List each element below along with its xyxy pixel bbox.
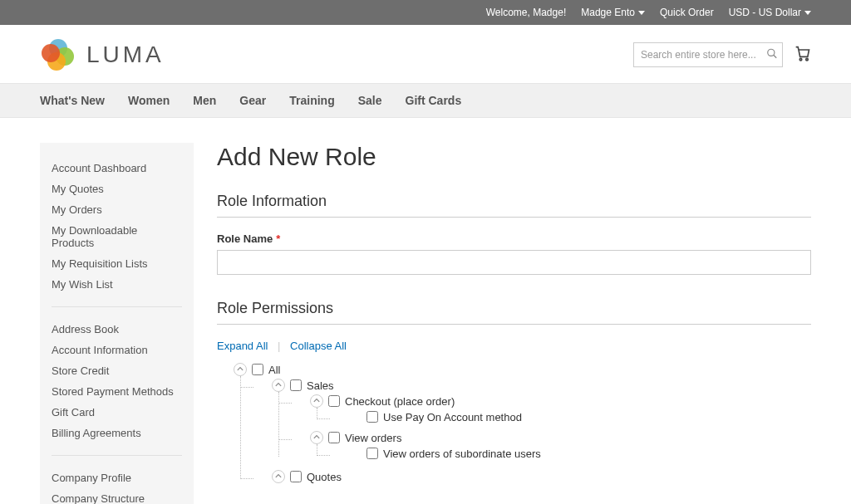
tree-toggle-view-orders[interactable] — [310, 431, 323, 444]
tree-spacer — [348, 447, 362, 460]
currency-label: USD - US Dollar — [729, 7, 801, 18]
logo-mark-icon — [40, 37, 76, 73]
collapse-all-link[interactable]: Collapse All — [290, 340, 347, 352]
account-menu[interactable]: Madge Ento — [581, 7, 645, 18]
search-input[interactable] — [633, 42, 783, 67]
nav-gear[interactable]: Gear — [239, 84, 266, 117]
main: Add New Role Role Information Role Name*… — [217, 143, 811, 488]
perm-label-view-orders: View orders — [345, 432, 401, 444]
perm-checkbox-view-orders-sub[interactable] — [366, 448, 378, 459]
chevron-down-icon — [804, 11, 811, 15]
page-header: LUMA — [0, 25, 851, 83]
sidebar-item-my-orders[interactable]: My Orders — [52, 199, 182, 220]
logo[interactable]: LUMA — [40, 37, 165, 73]
perm-checkbox-view-orders[interactable] — [328, 432, 340, 443]
perm-checkbox-all[interactable] — [252, 364, 263, 375]
perm-label-checkout: Checkout (place order) — [345, 395, 455, 408]
search-wrap — [633, 42, 783, 67]
role-information-section: Role Information Role Name* — [217, 193, 811, 275]
perm-checkbox-quotes[interactable] — [290, 471, 302, 482]
sidebar-item-store-credit[interactable]: Store Credit — [52, 360, 182, 381]
topbar: Welcome, Madge! Madge Ento Quick Order U… — [0, 0, 851, 25]
tree-toggle-quotes[interactable] — [272, 470, 285, 483]
svg-point-7 — [806, 58, 809, 61]
nav-women[interactable]: Women — [128, 84, 170, 117]
perm-label-all: All — [268, 364, 280, 376]
cart-icon[interactable] — [794, 46, 811, 65]
perm-label-quotes: Quotes — [307, 471, 342, 483]
sidebar-item-downloadable-products[interactable]: My Downloadable Products — [52, 220, 182, 253]
permissions-tree: All Sales — [217, 360, 811, 488]
perm-checkbox-checkout[interactable] — [328, 395, 340, 407]
welcome-message: Welcome, Madge! — [486, 7, 567, 18]
nav-gift-cards[interactable]: Gift Cards — [406, 84, 462, 117]
sidebar-item-my-quotes[interactable]: My Quotes — [52, 179, 182, 199]
perm-checkbox-pay-on-account[interactable] — [366, 411, 378, 423]
role-permissions-section: Role Permissions Expand All | Collapse A… — [217, 300, 811, 488]
sidebar-item-company-profile[interactable]: Company Profile — [52, 467, 182, 488]
tree-toggle-checkout[interactable] — [310, 394, 323, 408]
sidebar-item-gift-card[interactable]: Gift Card — [52, 402, 182, 423]
page-title: Add New Role — [217, 143, 811, 171]
perm-label-pay-on-account: Use Pay On Account method — [383, 411, 522, 423]
nav-sale[interactable]: Sale — [358, 84, 382, 117]
header-right — [633, 42, 811, 67]
perm-label-sales: Sales — [307, 379, 334, 392]
nav-whats-new[interactable]: What's New — [40, 84, 105, 117]
sidebar-item-requisition-lists[interactable]: My Requisition Lists — [52, 253, 182, 274]
role-permissions-title: Role Permissions — [217, 300, 811, 325]
sidebar-item-address-book[interactable]: Address Book — [52, 319, 182, 340]
chevron-down-icon — [638, 11, 645, 15]
tree-spacer — [348, 410, 362, 423]
perm-checkbox-sales[interactable] — [290, 379, 302, 391]
tree-toggle-all[interactable] — [234, 363, 247, 376]
main-nav: What's New Women Men Gear Training Sale … — [0, 83, 851, 118]
role-information-title: Role Information — [217, 193, 811, 218]
tree-toggle-sales[interactable] — [272, 379, 285, 392]
tree-actions: Expand All | Collapse All — [217, 340, 811, 352]
account-sidebar: Account Dashboard My Quotes My Orders My… — [40, 143, 194, 504]
role-name-label-text: Role Name — [217, 232, 273, 245]
expand-all-link[interactable]: Expand All — [217, 340, 268, 352]
svg-point-6 — [799, 58, 802, 61]
nav-men[interactable]: Men — [193, 84, 216, 117]
content: Account Dashboard My Quotes My Orders My… — [0, 118, 851, 504]
role-name-label: Role Name* — [217, 232, 811, 245]
account-name: Madge Ento — [581, 7, 635, 18]
sidebar-item-billing-agreements[interactable]: Billing Agreements — [52, 423, 182, 443]
required-asterisk-icon: * — [276, 232, 280, 245]
role-name-input[interactable] — [217, 250, 811, 275]
separator: | — [278, 340, 280, 352]
sidebar-item-account-dashboard[interactable]: Account Dashboard — [52, 158, 182, 179]
sidebar-item-wish-list[interactable]: My Wish List — [52, 274, 182, 295]
currency-switcher[interactable]: USD - US Dollar — [729, 7, 811, 18]
sidebar-item-company-structure[interactable]: Company Structure — [52, 488, 182, 504]
logo-text: LUMA — [86, 42, 165, 68]
perm-label-view-orders-sub: View orders of subordinate users — [383, 448, 541, 460]
sidebar-item-stored-payment-methods[interactable]: Stored Payment Methods — [52, 381, 182, 402]
svg-point-3 — [42, 44, 60, 62]
sidebar-item-account-information[interactable]: Account Information — [52, 340, 182, 360]
quick-order-link[interactable]: Quick Order — [660, 7, 714, 18]
nav-training[interactable]: Training — [289, 84, 334, 117]
